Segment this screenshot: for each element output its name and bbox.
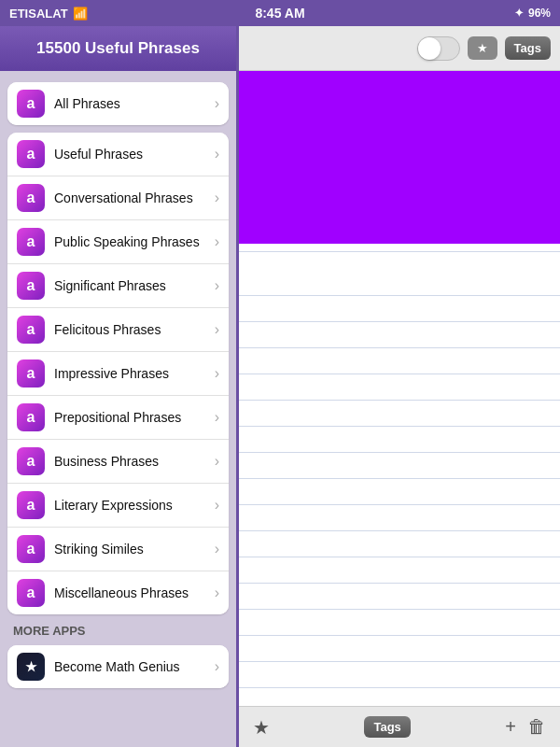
literary-expressions-chevron: › [215,497,219,514]
main-layout: 15500 Useful Phrases a All Phrases › a U… [0,26,560,747]
carrier-label: ETISALAT [9,7,68,21]
star-button[interactable]: ★ [468,36,497,60]
toggle-knob [418,37,441,60]
list-item-conversational-phrases[interactable]: a Conversational Phrases › [7,176,229,220]
wifi-icon: 📶 [73,7,88,21]
conversational-phrases-label: Conversational Phrases [54,190,211,205]
list-item-all-phrases[interactable]: a All Phrases › [7,82,229,125]
prepositional-phrases-chevron: › [215,409,219,426]
literary-expressions-label: Literary Expressions [54,498,211,513]
more-apps-group: ★ Become Math Genius › [7,645,229,688]
list-item-business-phrases[interactable]: a Business Phrases › [7,440,229,484]
conversational-phrases-chevron: › [215,190,219,206]
conversational-phrases-icon: a [17,184,45,212]
bottom-tags-button[interactable]: Tags [364,716,410,738]
list-item-public-speaking-phrases[interactable]: a Public Speaking Phrases › [7,220,229,264]
lined-paper-area [239,244,560,706]
list-item-useful-phrases[interactable]: a Useful Phrases › [7,133,229,176]
all-phrases-group: a All Phrases › [7,82,229,125]
useful-phrases-icon: a [17,140,45,168]
felicitous-phrases-label: Felicitous Phrases [54,322,211,337]
felicitous-phrases-chevron: › [215,321,219,338]
list-item-literary-expressions[interactable]: a Literary Expressions › [7,484,229,528]
list-item-become-math-genius[interactable]: ★ Become Math Genius › [7,645,229,688]
purple-content-area [239,71,560,244]
tags-button[interactable]: Tags [505,36,551,60]
list-item-striking-similes[interactable]: a Striking Similes › [7,528,229,571]
prepositional-phrases-label: Prepositional Phrases [54,410,211,425]
all-phrases-icon: a [17,90,45,118]
status-time: 8:45 AM [255,6,304,21]
miscellaneous-phrases-label: Miscellaneous Phrases [54,585,211,600]
phrases-list-group: a Useful Phrases › a Conversational Phra… [7,133,229,614]
more-apps-section: More Apps ★ Become Math Genius › [0,618,236,688]
right-panel: ★ Tags ★ Tags + 🗑 [236,26,560,747]
status-bar: ETISALAT 📶 8:45 AM ✦ 96% [0,0,560,26]
public-speaking-phrases-chevron: › [215,233,219,250]
impressive-phrases-label: Impressive Phrases [54,366,211,381]
bottom-action-icons: + 🗑 [505,716,546,738]
miscellaneous-phrases-icon: a [17,579,45,607]
striking-similes-chevron: › [215,541,219,557]
bottom-star-icon[interactable]: ★ [253,716,270,739]
right-bottom-toolbar: ★ Tags + 🗑 [239,706,560,747]
significant-phrases-icon: a [17,272,45,300]
status-right: ✦ 96% [514,7,551,20]
list-item-prepositional-phrases[interactable]: a Prepositional Phrases › [7,396,229,440]
sidebar: 15500 Useful Phrases a All Phrases › a U… [0,26,236,747]
all-phrases-chevron: › [215,95,219,112]
public-speaking-phrases-icon: a [17,228,45,256]
impressive-phrases-icon: a [17,359,45,388]
business-phrases-label: Business Phrases [54,454,211,469]
striking-similes-label: Striking Similes [54,542,211,557]
literary-expressions-icon: a [17,491,45,519]
prepositional-phrases-icon: a [17,403,45,431]
significant-phrases-chevron: › [215,277,219,294]
public-speaking-phrases-label: Public Speaking Phrases [54,234,211,249]
striking-similes-icon: a [17,535,45,563]
math-genius-label: Become Math Genius [54,659,211,674]
tags-label: Tags [514,41,541,55]
trash-icon[interactable]: 🗑 [527,716,546,738]
toggle-switch[interactable] [417,36,460,61]
bluetooth-icon: ✦ [514,7,524,20]
list-item-impressive-phrases[interactable]: a Impressive Phrases › [7,352,229,396]
felicitous-phrases-icon: a [17,316,45,344]
math-genius-chevron: › [215,658,219,675]
list-item-significant-phrases[interactable]: a Significant Phrases › [7,264,229,308]
useful-phrases-label: Useful Phrases [54,147,211,162]
useful-phrases-chevron: › [215,146,219,162]
star-icon: ★ [477,41,488,55]
significant-phrases-label: Significant Phrases [54,278,211,293]
battery-label: 96% [528,7,551,20]
right-toolbar: ★ Tags [239,26,560,71]
all-phrases-label: All Phrases [54,96,211,111]
sidebar-content: a All Phrases › a Useful Phrases › a Con… [0,71,236,747]
sidebar-header: 15500 Useful Phrases [0,26,236,71]
business-phrases-icon: a [17,447,45,475]
list-item-felicitous-phrases[interactable]: a Felicitous Phrases › [7,308,229,352]
math-genius-icon: ★ [17,653,45,681]
list-item-miscellaneous-phrases[interactable]: a Miscellaneous Phrases › [7,571,229,614]
plus-icon[interactable]: + [505,716,516,738]
impressive-phrases-chevron: › [215,365,219,382]
miscellaneous-phrases-chevron: › [215,585,219,601]
business-phrases-chevron: › [215,453,219,470]
status-left: ETISALAT 📶 [9,7,88,21]
sidebar-title: 15500 Useful Phrases [36,39,200,58]
more-apps-header: More Apps [0,618,236,641]
